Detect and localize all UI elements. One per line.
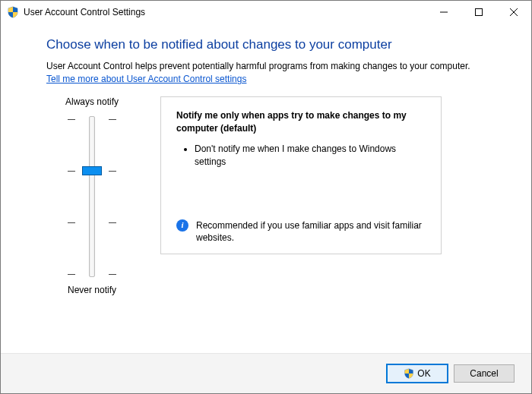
panel-recommendation: i Recommended if you use familiar apps a…	[176, 219, 427, 245]
minimize-button[interactable]	[426, 1, 461, 24]
dialog-button-row: OK Cancel	[1, 353, 531, 393]
title-bar: User Account Control Settings	[1, 1, 531, 24]
cancel-button-label: Cancel	[470, 368, 498, 379]
panel-title: Notify me only when apps try to make cha…	[176, 109, 427, 135]
description-text: User Account Control helps prevent poten…	[46, 60, 486, 72]
slider-label-bottom: Never notify	[68, 285, 116, 295]
slider-thumb[interactable]	[82, 166, 102, 175]
notification-level-panel: Notify me only when apps try to make cha…	[160, 96, 442, 254]
slider-label-top: Always notify	[65, 96, 119, 107]
maximize-button[interactable]	[461, 1, 496, 24]
window-title: User Account Control Settings	[24, 7, 145, 17]
main-row: Always notify Never notify Notify me onl…	[46, 96, 486, 295]
ok-button-label: OK	[417, 368, 430, 379]
slider-track	[89, 116, 95, 277]
panel-bullet-list: Don't notify me when I make changes to W…	[181, 143, 427, 169]
notification-level-slider[interactable]	[68, 113, 116, 280]
learn-more-link[interactable]: Tell me more about User Account Control …	[46, 74, 486, 84]
svg-rect-1	[476, 9, 483, 16]
info-icon: i	[176, 219, 188, 232]
cancel-button[interactable]: Cancel	[454, 364, 515, 383]
close-button[interactable]	[496, 1, 531, 24]
ok-button[interactable]: OK	[387, 364, 448, 383]
content-area: Choose when to be notified about changes…	[1, 24, 531, 353]
recommendation-text: Recommended if you use familiar apps and…	[196, 219, 427, 245]
page-heading: Choose when to be notified about changes…	[46, 37, 486, 52]
shield-icon	[7, 6, 19, 18]
uac-settings-window: User Account Control Settings Choose whe…	[0, 0, 532, 394]
panel-bullet-item: Don't notify me when I make changes to W…	[195, 143, 427, 169]
shield-icon	[404, 368, 414, 379]
slider-column: Always notify Never notify	[46, 96, 138, 295]
